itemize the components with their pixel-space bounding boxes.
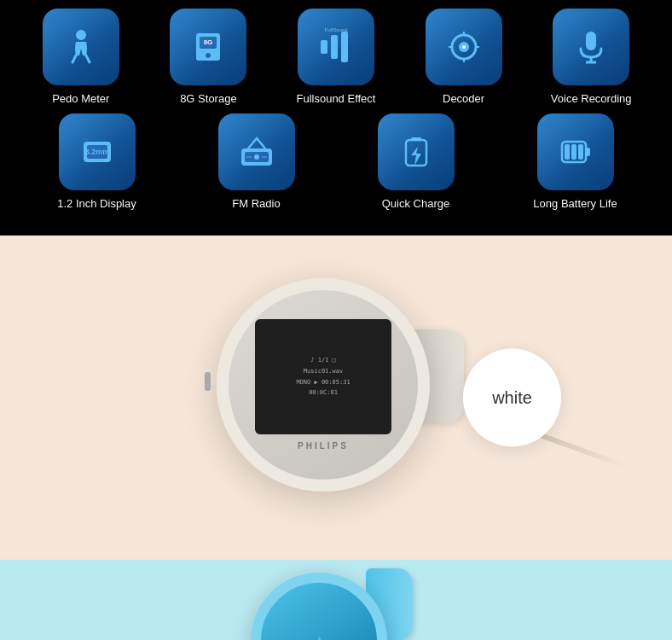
- svg-point-11: [462, 45, 466, 49]
- screen-line3: MONO ▶ 00:05:31: [296, 377, 350, 388]
- battery-icon: [537, 113, 614, 190]
- device-blue-container: ♪: [234, 560, 438, 640]
- svg-rect-29: [571, 144, 576, 160]
- svg-rect-23: [406, 140, 426, 166]
- decoder-label: Decoder: [443, 92, 484, 105]
- svg-rect-30: [578, 144, 583, 160]
- svg-text:3.2mm: 3.2mm: [84, 148, 109, 156]
- svg-point-0: [76, 30, 86, 40]
- feature-fm-radio: FM Radio: [197, 113, 316, 210]
- svg-rect-16: [87, 145, 107, 159]
- quick-charge-label: Quick Charge: [382, 197, 449, 210]
- feature-decoder: Decoder: [404, 9, 524, 105]
- svg-rect-12: [586, 32, 596, 50]
- svg-rect-26: [562, 142, 586, 162]
- svg-rect-28: [565, 144, 570, 160]
- 8g-storage-label: 8G Storage: [180, 92, 237, 105]
- svg-point-9: [452, 35, 476, 59]
- feature-pedo-meter: Pedo Meter: [21, 9, 141, 105]
- side-button: [205, 372, 211, 391]
- fullsound-label: Fullsound Effect: [296, 92, 375, 105]
- 8g-storage-icon: 8G: [170, 9, 246, 85]
- svg-point-20: [254, 154, 259, 160]
- svg-rect-24: [411, 137, 421, 141]
- fullsound-icon: FullSound: [298, 9, 374, 85]
- screen-content: ♪ 1/1 □ Music01.wav MONO ▶ 00:05:31 00:0…: [296, 355, 350, 398]
- svg-point-3: [206, 53, 211, 58]
- music-note-icon: ♪: [315, 630, 324, 640]
- features-grid: Pedo Meter 8G 8G Storage FullSound Fulls…: [0, 0, 672, 236]
- pedo-meter-icon: [43, 9, 119, 85]
- svg-rect-2: [200, 37, 217, 49]
- svg-rect-15: [84, 142, 111, 162]
- feature-battery: Long Battery Life: [516, 113, 635, 210]
- feature-fullsound: FullSound Fullsound Effect: [276, 9, 396, 105]
- display-label: 1.2 Inch Display: [57, 197, 136, 210]
- svg-point-10: [459, 42, 469, 52]
- product-section-blue: ♪: [0, 560, 672, 640]
- color-name: white: [492, 388, 532, 408]
- color-badge: white: [463, 349, 561, 447]
- screen-line2: Music01.wav: [296, 366, 350, 377]
- color-badge-area: white: [463, 349, 561, 447]
- svg-rect-7: [341, 32, 348, 62]
- svg-rect-18: [241, 148, 272, 166]
- voice-recording-label: Voice Recording: [551, 92, 632, 105]
- fm-radio-label: FM Radio: [232, 197, 280, 210]
- feature-voice-recording: Voice Recording: [531, 9, 651, 105]
- decoder-icon: [426, 9, 502, 85]
- device-white-container: ♪ 1/1 □ Music01.wav MONO ▶ 00:05:31 00:0…: [200, 261, 472, 534]
- feature-quick-charge: Quick Charge: [356, 113, 476, 210]
- pedo-meter-label: Pedo Meter: [52, 92, 109, 105]
- device-screen: ♪ 1/1 □ Music01.wav MONO ▶ 00:05:31 00:0…: [255, 319, 391, 434]
- battery-label: Long Battery Life: [533, 197, 617, 210]
- svg-rect-19: [245, 152, 269, 162]
- svg-text:8G: 8G: [204, 38, 213, 46]
- feature-display: 3.2mm 1.2 Inch Display: [38, 113, 157, 210]
- brand-label: PHILIPS: [298, 441, 349, 451]
- svg-rect-6: [331, 35, 338, 59]
- screen-line1: ♪ 1/1 □: [296, 355, 350, 366]
- product-section-white: ♪ 1/1 □ Music01.wav MONO ▶ 00:05:31 00:0…: [0, 236, 672, 560]
- device-body: ♪ 1/1 □ Music01.wav MONO ▶ 00:05:31 00:0…: [217, 278, 430, 492]
- svg-rect-5: [321, 40, 327, 54]
- fm-radio-icon: [218, 113, 295, 190]
- svg-rect-27: [586, 148, 590, 156]
- voice-recording-icon: [553, 9, 629, 85]
- quick-charge-icon: [378, 113, 455, 190]
- svg-text:FullSound: FullSound: [324, 27, 347, 32]
- feature-8g-storage: 8G 8G Storage: [148, 9, 268, 105]
- svg-rect-1: [196, 33, 220, 61]
- svg-marker-25: [411, 147, 421, 166]
- screen-line4: 00:0C:01: [296, 387, 350, 399]
- display-icon: 3.2mm: [59, 113, 136, 190]
